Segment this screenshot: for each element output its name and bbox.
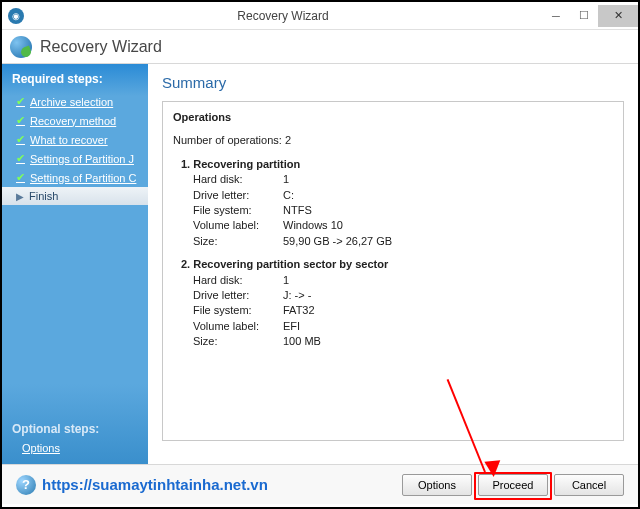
sidebar-item-label: Archive selection [30,96,113,108]
required-steps-label: Required steps: [2,68,148,92]
sidebar-item-what-to-recover[interactable]: ✔What to recover [2,130,148,149]
close-button[interactable]: ✕ [598,5,638,27]
check-icon: ✔ [16,133,25,146]
header: Recovery Wizard [2,30,638,64]
logo-icon [10,36,32,58]
sidebar-item-settings-partition-j[interactable]: ✔Settings of Partition J [2,149,148,168]
help-icon[interactable]: ? [16,475,36,495]
page-title: Recovery Wizard [40,38,162,56]
check-icon: ✔ [16,152,25,165]
sidebar-item-label: Recovery method [30,115,116,127]
annotation-highlight [474,472,552,500]
arrow-icon: ▶ [16,191,24,202]
titlebar: ◉ Recovery Wizard ─ ☐ ✕ [2,2,638,30]
check-icon: ✔ [16,171,25,184]
sidebar: Required steps: ✔Archive selection ✔Reco… [2,64,148,464]
options-link[interactable]: Options [12,442,138,454]
op2-title: 2. Recovering partition sector by sector [173,258,388,270]
main-content: Summary Operations Number of operations:… [148,64,638,464]
options-button[interactable]: Options [402,474,472,496]
sidebar-item-label: Finish [29,190,58,202]
minimize-button[interactable]: ─ [542,5,570,27]
sidebar-item-label: Settings of Partition J [30,153,134,165]
sidebar-item-settings-partition-c[interactable]: ✔Settings of Partition C [2,168,148,187]
check-icon: ✔ [16,95,25,108]
sidebar-item-recovery-method[interactable]: ✔Recovery method [2,111,148,130]
sidebar-item-archive-selection[interactable]: ✔Archive selection [2,92,148,111]
watermark-url: https://suamaytinhtainha.net.vn [42,476,396,493]
sidebar-item-label: What to recover [30,134,108,146]
check-icon: ✔ [16,114,25,127]
sidebar-item-finish[interactable]: ▶Finish [2,187,148,205]
sidebar-item-label: Settings of Partition C [30,172,136,184]
operations-label: Operations [173,111,231,123]
optional-steps-label: Optional steps: [12,422,138,436]
op1-title: 1. Recovering partition [173,158,300,170]
cancel-button[interactable]: Cancel [554,474,624,496]
operations-count: Number of operations: 2 [173,133,613,148]
window-title: Recovery Wizard [24,9,542,23]
maximize-button[interactable]: ☐ [570,5,598,27]
app-icon: ◉ [8,8,24,24]
summary-heading: Summary [162,74,624,91]
operations-panel: Operations Number of operations: 2 1. Re… [162,101,624,441]
